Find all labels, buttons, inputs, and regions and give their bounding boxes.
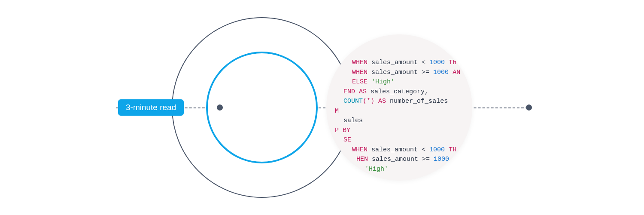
code-line-1: WHEN sales_amount < 1000 TH: [335, 58, 460, 68]
right-dot-marker: [526, 104, 532, 111]
code-line-3: ELSE 'High': [335, 77, 460, 87]
code-line-9: SE: [335, 135, 460, 145]
code-line-12: 'High': [335, 165, 460, 175]
code-line-8: P BY: [335, 126, 460, 136]
code-line-7: sales: [335, 116, 460, 126]
inner-circle-ring: [206, 52, 318, 163]
read-time-badge: 3-minute read: [118, 99, 184, 116]
code-line-5: COUNT(*) AS number_of_sales: [335, 97, 460, 107]
code-line-6: M: [335, 107, 460, 117]
sql-code-block: WHEN sales_amount < 1000 TH WHEN sales_a…: [335, 58, 460, 174]
code-snippet-circle: WHEN sales_amount < 1000 TH WHEN sales_a…: [326, 34, 472, 181]
code-line-11: HEN sales_amount >= 1000: [335, 155, 460, 165]
code-line-4: END AS sales_category,: [335, 87, 460, 97]
left-dot-marker: [217, 104, 223, 111]
badge-text: 3-minute read: [126, 103, 176, 112]
code-line-2: WHEN sales_amount >= 1000 AN: [335, 68, 460, 78]
code-line-10: WHEN sales_amount < 1000 TH: [335, 145, 460, 155]
